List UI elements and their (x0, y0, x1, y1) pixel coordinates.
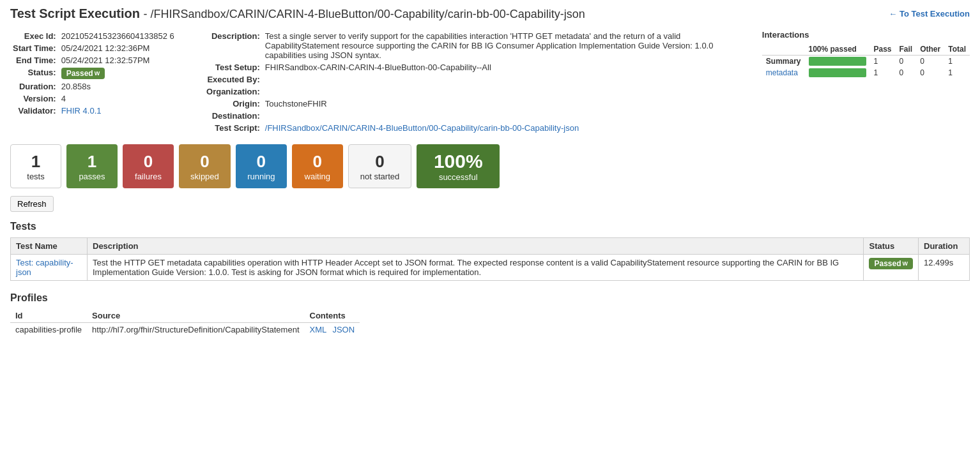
refresh-button[interactable]: Refresh (10, 196, 54, 212)
interaction-pass: 1 (870, 56, 896, 68)
start-time-value: 05/24/2021 12:32:36PM (59, 42, 177, 54)
page-title: Test Script Execution - /FHIRSandbox/CAR… (10, 6, 585, 21)
organization-label: Organization: (192, 86, 263, 98)
stat-tests-number: 1 (31, 152, 40, 172)
validator-row: Validator: FHIR 4.0.1 (10, 105, 177, 117)
interaction-fail: 0 (896, 67, 917, 78)
stat-running: 0 running (236, 144, 287, 188)
profiles-col-source: Source (87, 309, 304, 323)
interaction-progress (805, 67, 870, 78)
tests-col-status: Status (864, 238, 919, 255)
executed-by-label: Executed By: (192, 73, 263, 86)
profile-row: capabilities-profile http://hl7.org/fhir… (10, 323, 360, 337)
profiles-section-title: Profiles (10, 292, 970, 304)
test-script-value: /FHIRSandbox/CARIN/CARIN-4-BlueButton/00… (263, 122, 747, 134)
origin-value: TouchstoneFHIR (263, 98, 747, 110)
profiles-table-header: Id Source Contents (10, 309, 360, 323)
stat-not-started-number: 0 (375, 152, 384, 172)
interactions-row: metadata 1 0 0 1 (762, 67, 970, 78)
page-title-bar: Test Script Execution - /FHIRSandbox/CAR… (10, 6, 970, 21)
stat-waiting-label: waiting (305, 172, 330, 181)
interaction-name: Summary (762, 56, 805, 68)
test-status: PassedW (864, 255, 919, 281)
stat-waiting-number: 0 (313, 152, 322, 172)
test-setup-label: Test Setup: (192, 61, 263, 73)
stat-failures-number: 0 (144, 152, 153, 172)
exec-id-label: Exec Id: (10, 30, 59, 42)
executed-by-row: Executed By: (192, 73, 747, 86)
interactions-col-pct: 100% passed (805, 43, 870, 56)
organization-row: Organization: (192, 86, 747, 98)
destination-label: Destination: (192, 110, 263, 122)
origin-row: Origin: TouchstoneFHIR (192, 98, 747, 110)
interactions-row: Summary 1 0 0 1 (762, 56, 970, 68)
interactions-col-pass: Pass (870, 43, 896, 56)
stat-success: 100% successful (417, 144, 500, 188)
test-description: Test the HTTP GET metadata capabilities … (88, 255, 864, 281)
organization-value (263, 86, 747, 98)
stat-failures: 0 failures (123, 144, 174, 188)
interactions-col-total: Total (944, 43, 970, 56)
profiles-section: Profiles Id Source Contents capabilities… (10, 292, 970, 336)
status-value: Passed (66, 69, 93, 78)
stat-skipped: 0 skipped (179, 144, 231, 188)
start-time-row: Start Time: 05/24/2021 12:32:36PM (10, 42, 177, 54)
meta-description: Description: Test a single server to ver… (192, 30, 747, 134)
profile-xml-link[interactable]: XML (310, 325, 326, 334)
interactions-col-other: Other (916, 43, 944, 56)
destination-row: Destination: (192, 110, 747, 122)
status-sup: W (95, 70, 100, 77)
description-value: Test a single server to verify support f… (263, 30, 747, 61)
stat-tests-label: tests (27, 172, 44, 181)
tests-col-description: Description (88, 238, 864, 255)
interaction-name[interactable]: metadata (762, 67, 805, 78)
profiles-table: Id Source Contents capabilities-profile … (10, 309, 360, 336)
tests-col-name: Test Name (11, 238, 88, 255)
interactions-header: 100% passed Pass Fail Other Total (762, 43, 970, 56)
stat-tests: 1 tests (10, 144, 61, 188)
version-value: 4 (59, 93, 177, 105)
test-setup-value: FHIRSandbox-CARIN-CARIN-4-BlueButton-00-… (263, 61, 747, 73)
status-cell: Passed W (59, 66, 177, 80)
interaction-other: 0 (916, 67, 944, 78)
validator-link[interactable]: FHIR 4.0.1 (61, 106, 102, 116)
executed-by-value (263, 73, 747, 86)
interaction-total: 1 (944, 56, 970, 68)
validator-value: FHIR 4.0.1 (59, 105, 177, 117)
test-script-link[interactable]: /FHIRSandbox/CARIN/CARIN-4-BlueButton/00… (265, 123, 579, 133)
stat-running-label: running (247, 172, 275, 181)
stat-skipped-label: skipped (190, 172, 219, 181)
test-name[interactable]: Test: capability-json (11, 255, 88, 281)
interactions-box: Interactions 100% passed Pass Fail Other… (762, 30, 970, 134)
exec-id-row: Exec Id: 20210524153236604133852 6 (10, 30, 177, 42)
profile-json-link[interactable]: JSON (332, 325, 355, 334)
start-time-label: Start Time: (10, 42, 59, 54)
version-row: Version: 4 (10, 93, 177, 105)
meta-left: Exec Id: 20210524153236604133852 6 Start… (10, 30, 177, 134)
interaction-progress (805, 56, 870, 68)
end-time-row: End Time: 05/24/2021 12:32:57PM (10, 54, 177, 66)
profile-contents: XML JSON (305, 323, 360, 337)
stat-running-number: 0 (257, 152, 266, 172)
interaction-fail: 0 (896, 56, 917, 68)
profiles-col-id: Id (10, 309, 87, 323)
end-time-value: 05/24/2021 12:32:57PM (59, 54, 177, 66)
profile-source: http://hl7.org/fhir/StructureDefinition/… (87, 323, 304, 337)
description-label: Description: (192, 30, 263, 61)
stat-failures-label: failures (135, 172, 162, 181)
stat-passes: 1 passes (66, 144, 118, 188)
test-script-row: Test Script: /FHIRSandbox/CARIN/CARIN-4-… (192, 122, 747, 134)
interactions-title: Interactions (762, 30, 970, 40)
page-title-prefix: Test Script Execution (10, 6, 140, 20)
duration-value: 20.858s (59, 80, 177, 93)
tests-table-header: Test Name Description Status Duration (11, 238, 970, 255)
tests-section-title: Tests (10, 221, 970, 232)
stat-not-started: 0 not started (348, 144, 411, 188)
test-duration: 12.499s (919, 255, 970, 281)
end-time-label: End Time: (10, 54, 59, 66)
interaction-pass: 1 (870, 67, 896, 78)
status-badge: Passed W (61, 68, 105, 79)
test-setup-row: Test Setup: FHIRSandbox-CARIN-CARIN-4-Bl… (192, 61, 747, 73)
profiles-col-contents: Contents (305, 309, 360, 323)
to-test-execution-link[interactable]: ← To Test Execution (889, 9, 970, 19)
